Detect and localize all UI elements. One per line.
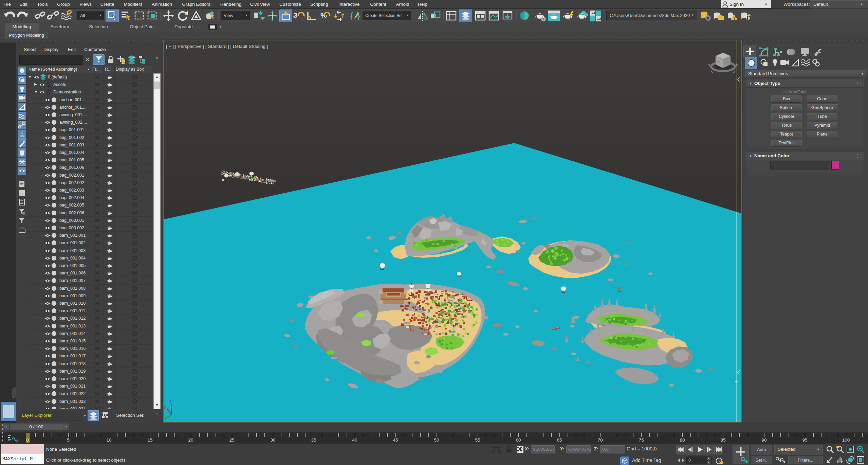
svg-text:z: z [170, 399, 172, 404]
svg-text:{: { [350, 11, 353, 21]
svg-text:x: x [164, 405, 166, 410]
svg-text:}: } [357, 11, 360, 21]
svg-text:JIT: JIT [725, 61, 729, 64]
svg-text:FR: FR [717, 61, 720, 64]
svg-text:y: y [165, 416, 167, 421]
